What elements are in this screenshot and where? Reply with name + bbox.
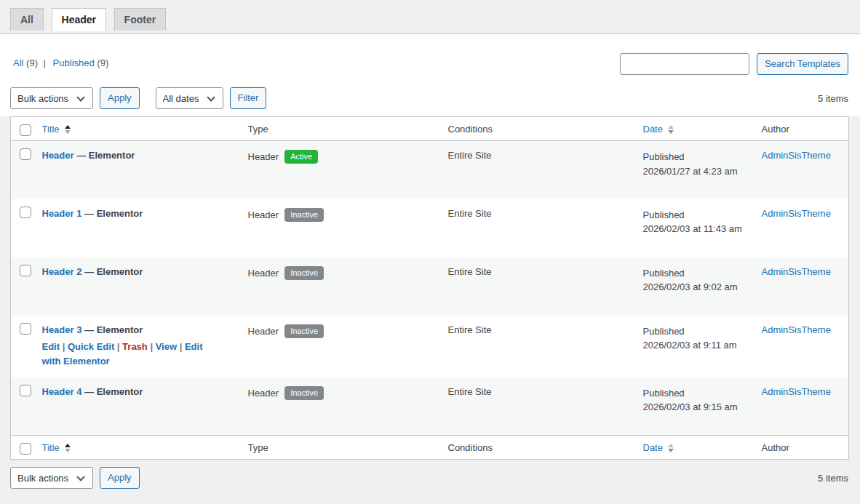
tab-footer[interactable]: Footer <box>114 8 167 31</box>
bulk-actions-select-bottom[interactable]: Bulk actions <box>10 467 93 489</box>
items-count-bottom: 5 items <box>818 473 848 484</box>
search-input[interactable] <box>620 53 749 75</box>
publish-date: 2026/02/03 at 11:43 am <box>643 222 747 236</box>
author-link[interactable]: AdminSisTheme <box>762 386 831 397</box>
template-title-suffix: — Elementor <box>76 150 135 161</box>
type-label: Header <box>248 388 279 399</box>
template-title-link[interactable]: Header 3 <box>42 324 82 335</box>
author-link[interactable]: AdminSisTheme <box>762 266 831 277</box>
items-count: 5 items <box>818 93 848 104</box>
template-title-link[interactable]: Header <box>42 150 74 161</box>
column-header-author: Author <box>755 117 849 141</box>
apply-button-bottom[interactable]: Apply <box>100 467 140 489</box>
sort-asc-icon <box>668 444 674 447</box>
sort-by-title[interactable]: Title <box>42 124 71 135</box>
template-title-link[interactable]: Header 1 <box>42 208 82 219</box>
search-box: Search Templates <box>620 53 848 75</box>
filter-separator: | <box>44 57 46 68</box>
template-title-suffix: — Elementor <box>84 266 143 277</box>
bulk-actions-select[interactable]: Bulk actions <box>10 87 93 109</box>
row-checkbox[interactable] <box>20 207 31 218</box>
publish-status: Published <box>643 150 747 164</box>
list-controls-panel: All (9) | Published (9) Search Templates… <box>0 34 860 116</box>
column-header-conditions: Conditions <box>441 117 636 141</box>
sort-desc-icon <box>65 449 71 452</box>
status-badge: Inactive <box>284 324 324 338</box>
toolbar-top: Bulk actions Apply All dates Filter 5 it… <box>10 87 848 109</box>
row-checkbox[interactable] <box>20 265 31 276</box>
publish-status: Published <box>643 386 747 401</box>
sort-asc-icon <box>668 125 674 129</box>
filter-link-published[interactable]: Published (9) <box>53 57 109 68</box>
select-all-checkbox[interactable] <box>20 124 31 136</box>
row-actions: EditQuick EditTrashViewEdit with Element… <box>42 340 220 369</box>
conditions-value: Entire Site <box>441 257 636 316</box>
author-link[interactable]: AdminSisTheme <box>762 208 831 219</box>
template-title-suffix: — Elementor <box>84 386 143 397</box>
sort-by-date[interactable]: Date <box>643 124 674 135</box>
type-label: Header <box>248 326 279 337</box>
published-count: (9) <box>97 57 108 68</box>
trash-link[interactable]: Trash <box>122 341 148 352</box>
type-label: Header <box>248 209 279 220</box>
templates-table: Title Type Conditions Date Author <box>10 116 849 460</box>
type-label: Header <box>248 151 279 162</box>
column-footer-type: Type <box>241 436 441 460</box>
publish-date: 2026/02/03 at 9:11 am <box>643 338 747 353</box>
table-row: Header 3 — Elementor EditQuick EditTrash… <box>11 316 849 377</box>
publish-status: Published <box>643 208 747 223</box>
publish-date: 2026/02/03 at 9:15 am <box>643 400 747 415</box>
row-checkbox[interactable] <box>20 148 31 160</box>
table-row: Header 4 — Elementor HeaderInactive Enti… <box>11 377 849 436</box>
column-footer-conditions: Conditions <box>441 436 636 460</box>
sort-asc-icon <box>65 125 71 129</box>
conditions-value: Entire Site <box>441 316 636 377</box>
status-badge: Inactive <box>284 208 324 222</box>
status-badge: Active <box>284 150 318 164</box>
sort-asc-icon <box>65 444 71 447</box>
toolbar-bottom: Bulk actions Apply 5 items <box>10 467 848 489</box>
row-checkbox[interactable] <box>20 385 31 396</box>
type-label: Header <box>248 268 279 279</box>
sort-by-date[interactable]: Date <box>643 442 674 453</box>
apply-button[interactable]: Apply <box>100 87 140 109</box>
sort-desc-icon <box>668 449 674 452</box>
row-checkbox[interactable] <box>20 323 31 335</box>
tab-header[interactable]: Header <box>52 8 106 31</box>
sort-by-title[interactable]: Title <box>42 442 71 453</box>
template-title-suffix: — Elementor <box>84 324 143 335</box>
all-count: (9) <box>26 57 38 68</box>
publish-status: Published <box>643 324 747 339</box>
dates-filter-select[interactable]: All dates <box>156 87 223 109</box>
table-row: Header — Elementor HeaderActive Entire S… <box>11 141 849 199</box>
column-header-type: Type <box>241 117 441 141</box>
template-title-link[interactable]: Header 2 <box>42 266 82 277</box>
author-link[interactable]: AdminSisTheme <box>762 324 831 335</box>
sort-desc-icon <box>668 130 674 134</box>
table-row: Header 1 — Elementor HeaderInactive Enti… <box>11 199 849 257</box>
status-badge: Inactive <box>284 386 324 400</box>
template-title-suffix: — Elementor <box>84 208 143 219</box>
sort-desc-icon <box>65 130 71 134</box>
filter-button[interactable]: Filter <box>230 87 267 109</box>
publish-status: Published <box>643 266 747 281</box>
conditions-value: Entire Site <box>441 141 636 199</box>
quick-edit-link[interactable]: Quick Edit <box>68 341 114 352</box>
select-all-checkbox[interactable] <box>20 443 31 455</box>
template-title-link[interactable]: Header 4 <box>42 386 82 397</box>
conditions-value: Entire Site <box>441 377 636 436</box>
publish-date: 2026/02/03 at 9:02 am <box>643 280 747 295</box>
status-badge: Inactive <box>284 266 324 280</box>
tab-all[interactable]: All <box>10 8 44 31</box>
filter-link-all[interactable]: All (9) <box>13 57 38 68</box>
view-link[interactable]: View <box>156 341 177 352</box>
template-type-tabs: All Header Footer <box>0 0 860 34</box>
edit-link[interactable]: Edit <box>42 341 60 352</box>
author-link[interactable]: AdminSisTheme <box>762 150 831 161</box>
column-footer-author: Author <box>755 436 849 460</box>
status-filter-links: All (9) | Published (9) <box>10 53 108 68</box>
conditions-value: Entire Site <box>441 199 636 257</box>
publish-date: 2026/01/27 at 4:23 am <box>643 164 747 179</box>
search-templates-button[interactable]: Search Templates <box>757 53 848 75</box>
table-row: Header 2 — Elementor HeaderInactive Enti… <box>11 257 849 316</box>
